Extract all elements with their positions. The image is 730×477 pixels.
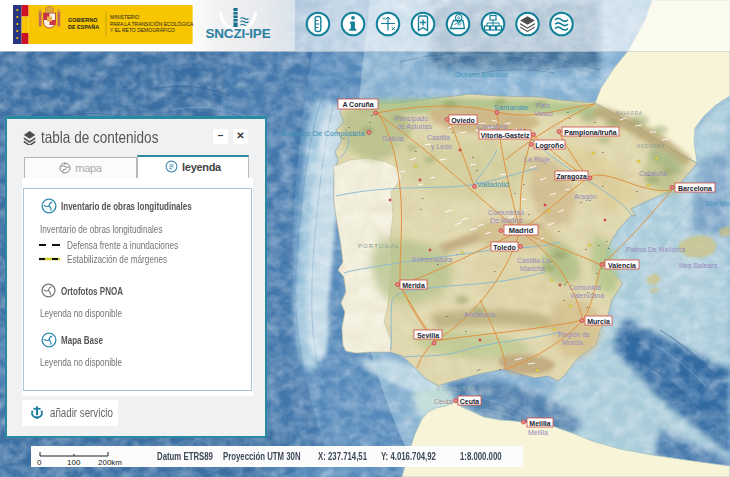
svg-text:Santander: Santander (494, 103, 529, 112)
svg-text:Palma De Mallorca: Palma De Mallorca (626, 246, 685, 253)
svg-text:DE ESPAÑA: DE ESPAÑA (68, 24, 99, 30)
svg-text:Castilla-La: Castilla-La (517, 257, 550, 264)
svg-text:Mar Me: Mar Me (706, 200, 730, 207)
svg-text:Océano Atlántico: Océano Atlántico (455, 71, 508, 78)
svg-text:de Asturias: de Asturias (397, 123, 432, 130)
svg-text:Ceuta: Ceuta (460, 398, 480, 405)
svg-text:Valladolid: Valladolid (477, 180, 509, 189)
svg-text:Oviedo: Oviedo (451, 117, 475, 124)
svg-text:Murcia: Murcia (587, 318, 610, 325)
svg-text:Zaragoza: Zaragoza (556, 173, 587, 181)
svg-text:MINISTERIO: MINISTERIO (110, 14, 139, 20)
svg-text:Región de: Región de (558, 331, 590, 339)
svg-text:Murcia: Murcia (562, 339, 583, 346)
svg-text:PARA LA TRANSICIÓN ECOLÓGICA: PARA LA TRANSICIÓN ECOLÓGICA (110, 21, 194, 27)
svg-text:Toledo: Toledo (493, 244, 515, 251)
svg-text:Sevilla: Sevilla (417, 332, 439, 339)
svg-text:Pamplona/Iruña: Pamplona/Iruña (564, 129, 617, 137)
svg-text:Cantabria: Cantabria (477, 123, 507, 130)
svg-text:Santiago De Compostela: Santiago De Compostela (281, 129, 365, 138)
svg-text:0: 0 (37, 458, 42, 467)
svg-text:País: País (536, 102, 551, 109)
svg-text:Illes Balears: Illes Balears (679, 262, 718, 269)
svg-text:Castilla: Castilla (427, 134, 450, 141)
svg-text:200km: 200km (98, 458, 122, 467)
svg-text:y León: y León (431, 143, 452, 151)
svg-text:La Rioja: La Rioja (524, 156, 550, 164)
svg-text:ANDORRA: ANDORRA (637, 144, 665, 149)
svg-text:Mérida: Mérida (402, 282, 425, 289)
svg-text:NAVARRA: NAVARRA (616, 111, 643, 116)
svg-text:Ceuta: Ceuta (434, 398, 453, 405)
svg-text:Cataluña: Cataluña (639, 170, 667, 177)
svg-text:Vitoria-Gasteiz: Vitoria-Gasteiz (481, 132, 530, 139)
svg-text:Valenciana: Valenciana (570, 292, 604, 299)
svg-text:A Coruña: A Coruña (342, 101, 373, 108)
svg-text:De Madrid: De Madrid (490, 217, 522, 224)
svg-text:Melilla: Melilla (529, 420, 551, 427)
svg-text:GIBRALTAR: GIBRALTAR (436, 386, 476, 392)
svg-text:Madrid: Madrid (509, 226, 534, 235)
svg-text:Y EL RETO DEMOGRÁFICO: Y EL RETO DEMOGRÁFICO (110, 27, 175, 33)
svg-text:Logroño: Logroño (535, 142, 563, 150)
svg-text:Andalucía: Andalucía (464, 311, 495, 318)
svg-text:SNCZI-IPE: SNCZI-IPE (206, 26, 271, 41)
svg-text:Aragón: Aragón (574, 193, 597, 201)
svg-text:GOBIERNO: GOBIERNO (68, 17, 97, 23)
svg-text:Comunidad: Comunidad (488, 209, 524, 216)
svg-text:Melilla: Melilla (528, 429, 548, 436)
svg-text:Barcelona: Barcelona (678, 185, 712, 192)
svg-text:100: 100 (67, 458, 81, 467)
svg-text:Vasco: Vasco (534, 110, 553, 117)
svg-text:Galicia: Galicia (382, 135, 404, 142)
svg-text:Extremadura: Extremadura (412, 256, 452, 263)
svg-text:Valencia: Valencia (608, 262, 636, 269)
svg-text:Comunitat: Comunitat (569, 284, 601, 291)
svg-text:PORTUGAL: PORTUGAL (358, 243, 400, 249)
svg-text:Mancha: Mancha (520, 265, 545, 272)
svg-text:Principado: Principado (395, 115, 428, 123)
